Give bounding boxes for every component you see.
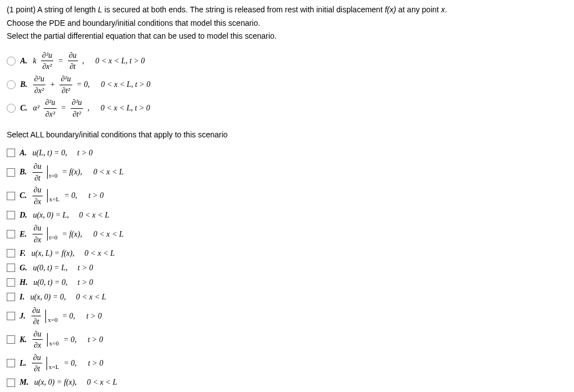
checkbox-cond-f[interactable]: [7, 249, 15, 257]
cond-option-h: H. u(0, t) = 0, t > 0: [7, 276, 567, 289]
checkbox-cond-d[interactable]: [7, 211, 15, 219]
pde-equation-a: k ∂²u∂x² = ∂u∂t , 0 < x < L, t > 0: [33, 50, 145, 72]
var-x: x: [441, 5, 445, 14]
cond-option-e: E. ∂u∂x t=0 = f(x), 0 < x < L: [7, 223, 567, 245]
checkbox-cond-k[interactable]: [7, 335, 15, 344]
cond-option-f: F. u(x, L) = f(x), 0 < x < L: [7, 247, 567, 260]
pde-equation-b: ∂²u∂x² + ∂²u∂t² = 0, 0 < x < L, t > 0: [33, 73, 150, 96]
cond-option-i: I. u(x, 0) = 0, 0 < x < L: [7, 290, 567, 304]
checkbox-cond-h[interactable]: [7, 278, 15, 287]
problem-line-3: Select the partial differential equation…: [7, 31, 567, 42]
checkbox-cond-b[interactable]: [7, 168, 15, 177]
pde-option-a: A. k ∂²u∂x² = ∂u∂t , 0 < x < L, t > 0: [7, 50, 567, 72]
cond-option-a: A. u(L, t) = 0, t > 0: [7, 146, 567, 160]
checkbox-cond-l[interactable]: [7, 359, 15, 367]
radio-pde-c[interactable]: [7, 104, 16, 113]
cond-option-l: L. ∂u∂t x=L = 0, t > 0: [7, 352, 567, 375]
problem-line-1: (1 point) A string of length L is secure…: [7, 4, 567, 16]
problem-line-2: Choose the PDE and boundary/initial cond…: [7, 18, 567, 29]
conditions-prompt: Select ALL boundary/initial conditions t…: [7, 130, 567, 141]
cond-option-d: D. u(x, 0) = L, 0 < x < L: [7, 208, 567, 222]
points: (1 point): [7, 5, 35, 14]
checkbox-cond-m[interactable]: [7, 379, 15, 387]
pde-option-b: B. ∂²u∂x² + ∂²u∂t² = 0, 0 < x < L, t > 0: [7, 73, 567, 96]
pde-equation-c: α² ∂²u∂x² = ∂²u∂t² , 0 < x < L, t > 0: [33, 97, 150, 119]
cond-option-k: K. ∂u∂x x=0 = 0, t > 0: [7, 329, 567, 351]
cond-option-c: C. ∂u∂x x=L = 0, t > 0: [7, 185, 567, 207]
checkbox-cond-c[interactable]: [7, 192, 15, 200]
cond-option-g: G. u(0, t) = L, t > 0: [7, 261, 567, 275]
var-fx: f(x): [385, 5, 396, 14]
pde-option-c: C. α² ∂²u∂x² = ∂²u∂t² , 0 < x < L, t > 0: [7, 97, 567, 119]
checkbox-cond-e[interactable]: [7, 230, 15, 238]
cond-option-m: M. u(x, 0) = f(x), 0 < x < L: [7, 376, 567, 389]
pde-label-c: C.: [20, 103, 27, 114]
pde-label-a: A.: [20, 56, 27, 67]
radio-pde-a[interactable]: [7, 57, 16, 66]
checkbox-cond-i[interactable]: [7, 293, 15, 301]
pde-label-b: B.: [20, 79, 27, 90]
checkbox-cond-g[interactable]: [7, 264, 15, 272]
checkbox-cond-j[interactable]: [7, 312, 15, 320]
radio-pde-b[interactable]: [7, 80, 16, 89]
cond-option-j: J. ∂u∂t x=0 = 0, t > 0: [7, 305, 567, 328]
checkbox-cond-a[interactable]: [7, 149, 15, 157]
cond-option-b: B. ∂u∂t t=0 = f(x), 0 < x < L: [7, 161, 567, 183]
